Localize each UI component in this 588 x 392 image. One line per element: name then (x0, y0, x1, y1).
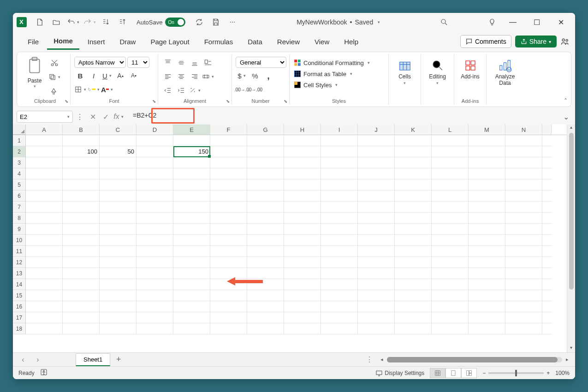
cell-E10[interactable] (173, 235, 210, 246)
analyze-data-button[interactable]: Analyze Data (490, 57, 520, 88)
align-right-icon[interactable] (189, 71, 201, 83)
cell-H8[interactable] (284, 213, 321, 224)
cell-M6[interactable] (469, 190, 505, 202)
cell-I2[interactable] (321, 146, 358, 157)
cell-I9[interactable] (321, 224, 358, 235)
merge-icon[interactable]: ▾ (202, 71, 214, 83)
cell-F8[interactable] (210, 213, 247, 224)
cell-N6[interactable] (505, 190, 542, 202)
cell-G18[interactable] (247, 323, 284, 334)
cell-K1[interactable] (395, 135, 432, 146)
cell-K14[interactable] (395, 279, 432, 290)
cell-J15[interactable] (358, 290, 395, 301)
normal-view-icon[interactable] (430, 368, 445, 378)
cell-M8[interactable] (469, 213, 505, 224)
cell-E3[interactable] (173, 157, 210, 168)
clipboard-dialog-icon[interactable]: ⬊ (65, 99, 68, 104)
cell-M12[interactable] (469, 257, 505, 268)
cell-K6[interactable] (395, 190, 432, 202)
cell-D18[interactable] (137, 323, 173, 334)
teams-icon[interactable] (560, 37, 570, 46)
column-header[interactable]: N (505, 125, 542, 135)
cell-H1[interactable] (284, 135, 321, 146)
cell-I15[interactable] (321, 290, 358, 301)
cells-button[interactable]: Cells ▾ (391, 57, 419, 87)
cell-A1[interactable] (26, 135, 63, 146)
cell-L16[interactable] (432, 301, 469, 312)
row-header[interactable]: 15 (13, 290, 26, 301)
cell-H7[interactable] (284, 202, 321, 213)
cell-J5[interactable] (358, 179, 395, 190)
qat-overflow-icon[interactable]: ⋯ (225, 15, 240, 30)
cell-J17[interactable] (358, 312, 395, 323)
tab-draw[interactable]: Draw (113, 34, 142, 49)
cell-C5[interactable] (100, 179, 137, 190)
undo-icon[interactable]: ▾ (65, 15, 80, 30)
cell-M4[interactable] (469, 168, 505, 179)
cell-A13[interactable] (26, 268, 63, 279)
cell-N12[interactable] (505, 257, 542, 268)
cell-E11[interactable] (173, 246, 210, 257)
cell-J7[interactable] (358, 202, 395, 213)
decrease-decimal-icon[interactable]: .0→.00 (249, 83, 261, 95)
cell-B6[interactable] (63, 190, 100, 202)
close-button[interactable]: ✕ (550, 15, 571, 30)
cell-I3[interactable] (321, 157, 358, 168)
cell-G2[interactable] (247, 146, 284, 157)
cell-I1[interactable] (321, 135, 358, 146)
cell-L2[interactable] (432, 146, 469, 157)
cell-E13[interactable] (173, 268, 210, 279)
cell-C7[interactable] (100, 202, 137, 213)
cell-D14[interactable] (137, 279, 173, 290)
cell-I7[interactable] (321, 202, 358, 213)
cell-N13[interactable] (505, 268, 542, 279)
cell-L5[interactable] (432, 179, 469, 190)
column-header[interactable]: E (173, 125, 210, 135)
row-header[interactable]: 8 (13, 213, 26, 224)
column-header[interactable]: M (469, 125, 505, 135)
cell-L13[interactable] (432, 268, 469, 279)
lightbulb-icon[interactable] (485, 15, 499, 30)
cell-F18[interactable] (210, 323, 247, 334)
cell-C9[interactable] (100, 224, 137, 235)
refresh-icon[interactable] (192, 15, 207, 30)
cell-M9[interactable] (469, 224, 505, 235)
cell-I12[interactable] (321, 257, 358, 268)
cell-F12[interactable] (210, 257, 247, 268)
cell-D7[interactable] (137, 202, 173, 213)
cell-M13[interactable] (469, 268, 505, 279)
cell-L9[interactable] (432, 224, 469, 235)
cell-N7[interactable] (505, 202, 542, 213)
page-break-view-icon[interactable] (461, 368, 477, 378)
cell-D5[interactable] (137, 179, 173, 190)
expand-formula-bar-icon[interactable]: ⌄ (560, 113, 571, 121)
cell-H5[interactable] (284, 179, 321, 190)
column-header[interactable]: C (100, 125, 137, 135)
cell-J12[interactable] (358, 257, 395, 268)
cell-A14[interactable] (26, 279, 63, 290)
row-header[interactable]: 3 (13, 157, 26, 168)
cell-K18[interactable] (395, 323, 432, 334)
wrap-text-icon[interactable] (202, 57, 214, 69)
cell-F1[interactable] (210, 135, 247, 146)
cell-M17[interactable] (469, 312, 505, 323)
cell-L3[interactable] (432, 157, 469, 168)
cell-I16[interactable] (321, 301, 358, 312)
font-name-select[interactable]: Aptos Narrow (74, 57, 126, 68)
cell-E14[interactable] (173, 279, 210, 290)
cell-M2[interactable] (469, 146, 505, 157)
cell-F10[interactable] (210, 235, 247, 246)
document-title[interactable]: MyNewWorkbook • Saved ▾ (240, 18, 437, 26)
cell-J2[interactable] (358, 146, 395, 157)
cell-K4[interactable] (395, 168, 432, 179)
horizontal-scrollbar[interactable]: ◂▸ (378, 356, 571, 362)
cell-A7[interactable] (26, 202, 63, 213)
collapse-ribbon-icon[interactable]: ˄ (564, 97, 567, 105)
cell-G15[interactable] (247, 290, 284, 301)
comma-icon[interactable]: , (262, 70, 274, 82)
insert-function-icon[interactable]: fx▾ (113, 111, 125, 123)
bold-icon[interactable]: B (74, 70, 86, 82)
cell-H12[interactable] (284, 257, 321, 268)
cell-G1[interactable] (247, 135, 284, 146)
cell-F17[interactable] (210, 312, 247, 323)
